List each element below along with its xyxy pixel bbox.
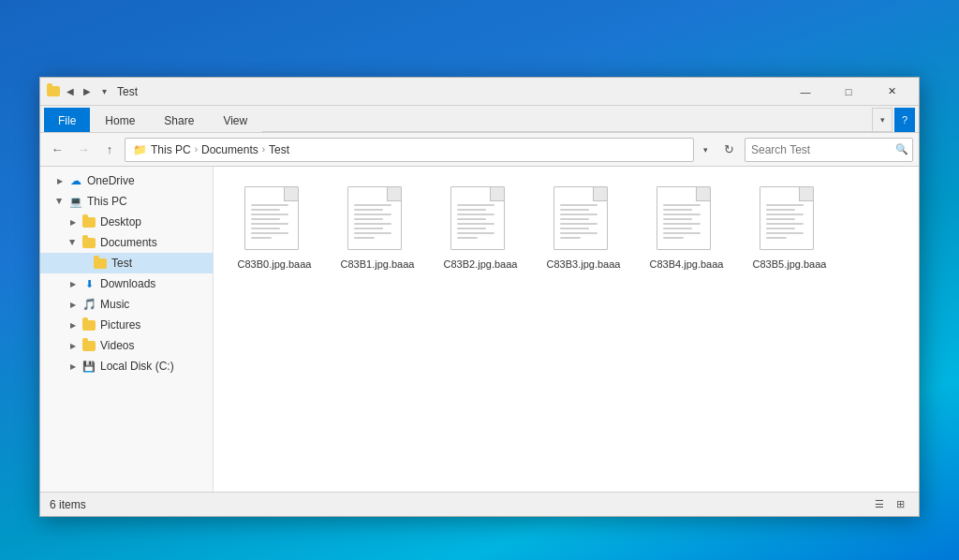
file-icon-f1 — [347, 186, 407, 254]
tab-share[interactable]: Share — [150, 108, 208, 132]
downloads-icon: ⬇ — [81, 276, 96, 291]
explorer-window: ◀ ▶ ▾ Test — □ ✕ File Home Share View ▾ … — [39, 77, 920, 517]
expand-arrow-thispc: ▶ — [53, 195, 66, 208]
status-bar: 6 items ☰ ⊞ — [40, 492, 919, 516]
pictures-icon — [81, 317, 96, 332]
sidebar-item-desktop[interactable]: ▶ Desktop — [40, 212, 213, 232]
search-icon: 🔍 — [895, 143, 908, 155]
localdisk-icon: 💾 — [81, 359, 96, 374]
search-input[interactable] — [751, 143, 892, 156]
file-name-f5: C83B5.jpg.baaa — [753, 258, 827, 271]
expand-arrow-music: ▶ — [66, 298, 80, 311]
nav-forward-btn[interactable]: → — [72, 139, 95, 161]
file-item-f5[interactable]: C83B5.jpg.baaa — [743, 181, 836, 276]
sidebar-label-documents: Documents — [100, 236, 157, 249]
test-folder-icon — [93, 256, 108, 271]
address-path[interactable]: 📁 This PC › Documents › Test — [125, 138, 694, 162]
doc-page-f2 — [450, 186, 505, 250]
qat-forward-btn[interactable]: ▶ — [80, 84, 95, 99]
ribbon: File Home Share View ▾ ? — [40, 106, 919, 133]
expand-arrow-downloads: ▶ — [66, 277, 80, 290]
file-name-f3: C83B3.jpg.baaa — [547, 258, 621, 271]
file-item-f0[interactable]: C83B0.jpg.baaa — [228, 181, 321, 276]
tab-home[interactable]: Home — [91, 108, 149, 132]
window-controls: — □ ✕ — [784, 78, 913, 106]
help-btn[interactable]: ? — [894, 108, 915, 132]
doc-lines-f2 — [451, 187, 504, 245]
qat-back-btn[interactable]: ◀ — [63, 84, 78, 99]
ribbon-tabs: File Home Share View ▾ ? — [40, 106, 919, 132]
sidebar-item-localdisk[interactable]: ▶ 💾 Local Disk (C:) — [40, 356, 213, 376]
maximize-button[interactable]: □ — [827, 78, 870, 106]
sidebar-item-music[interactable]: ▶ 🎵 Music — [40, 294, 213, 315]
nav-up-btn[interactable]: ↑ — [98, 139, 121, 161]
file-icon-f5 — [760, 186, 819, 254]
nav-back-btn[interactable]: ← — [46, 139, 68, 161]
sidebar-label-downloads: Downloads — [100, 277, 155, 290]
sidebar-item-documents[interactable]: ▶ Documents — [40, 232, 213, 253]
doc-page-f5 — [760, 186, 814, 250]
file-item-f2[interactable]: C83B2.jpg.baaa — [434, 181, 527, 276]
file-name-f1: C83B1.jpg.baaa — [341, 258, 415, 271]
tab-file[interactable]: File — [44, 108, 90, 132]
path-documents[interactable]: Documents — [201, 143, 258, 156]
window-title: Test — [117, 85, 784, 98]
path-folder-icon: 📁 — [133, 143, 147, 156]
sidebar-item-videos[interactable]: ▶ Videos — [40, 335, 213, 356]
file-name-f0: C83B0.jpg.baaa — [238, 258, 312, 271]
tab-view[interactable]: View — [209, 108, 261, 132]
sidebar-label-thispc: This PC — [87, 195, 127, 208]
sidebar-item-thispc[interactable]: ▶ 💻 This PC — [40, 191, 213, 212]
doc-page-f1 — [347, 186, 402, 250]
sidebar-item-pictures[interactable]: ▶ Pictures — [40, 315, 213, 335]
path-thispc[interactable]: This PC — [151, 143, 191, 156]
doc-page-f3 — [553, 186, 608, 250]
file-item-f1[interactable]: C83B1.jpg.baaa — [331, 181, 424, 276]
music-icon: 🎵 — [81, 297, 96, 312]
refresh-btn[interactable]: ↻ — [716, 138, 741, 162]
minimize-button[interactable]: — — [784, 78, 827, 106]
expand-arrow-localdisk: ▶ — [66, 360, 80, 373]
title-bar: ◀ ▶ ▾ Test — □ ✕ — [40, 78, 919, 106]
view-controls: ☰ ⊞ — [870, 496, 909, 513]
doc-lines-f1 — [348, 187, 401, 245]
sidebar-label-desktop: Desktop — [100, 215, 141, 228]
file-icon-f0 — [244, 186, 304, 254]
sidebar-label-localdisk: Local Disk (C:) — [100, 360, 174, 373]
ribbon-collapse-btn[interactable]: ▾ — [872, 108, 893, 132]
expand-arrow-documents: ▶ — [66, 236, 80, 249]
file-item-f4[interactable]: C83B4.jpg.baaa — [640, 181, 733, 276]
path-dropdown-btn[interactable]: ▾ — [698, 139, 713, 161]
file-area: C83B0.jpg.baaa C83B1.jpg.baaa — [214, 167, 919, 492]
path-sep-1: › — [195, 144, 198, 155]
address-bar: ← → ↑ 📁 This PC › Documents › Test ▾ ↻ 🔍 — [40, 133, 919, 167]
file-icon-f2 — [450, 186, 510, 254]
sidebar-item-test[interactable]: ▶ Test — [40, 253, 213, 273]
status-count: 6 items — [50, 498, 870, 511]
view-large-icons-btn[interactable]: ⊞ — [891, 496, 909, 513]
documents-folder-icon — [81, 235, 96, 250]
sidebar-item-downloads[interactable]: ▶ ⬇ Downloads — [40, 273, 213, 294]
sidebar-label-pictures: Pictures — [100, 318, 140, 332]
file-grid: C83B0.jpg.baaa C83B1.jpg.baaa — [223, 176, 909, 281]
file-name-f4: C83B4.jpg.baaa — [650, 258, 724, 271]
sidebar-label-videos: Videos — [100, 339, 134, 352]
search-box[interactable]: 🔍 — [745, 138, 913, 162]
sidebar-label-music: Music — [100, 298, 129, 311]
view-details-btn[interactable]: ☰ — [870, 496, 889, 513]
path-test[interactable]: Test — [269, 143, 289, 156]
doc-page-f0 — [244, 186, 299, 250]
doc-lines-f3 — [554, 187, 607, 245]
doc-lines-f5 — [760, 187, 813, 245]
expand-arrow-videos: ▶ — [66, 339, 80, 352]
qat-down-btn[interactable]: ▾ — [96, 84, 111, 99]
sidebar-item-onedrive[interactable]: ▶ ☁ OneDrive — [40, 170, 213, 191]
sidebar: ▶ ☁ OneDrive ▶ 💻 This PC ▶ — [40, 167, 214, 492]
title-bar-icons: ◀ ▶ ▾ — [46, 84, 111, 99]
close-button[interactable]: ✕ — [870, 78, 913, 106]
file-icon-f3 — [553, 186, 613, 254]
onedrive-icon: ☁ — [68, 173, 83, 188]
doc-lines-f0 — [245, 187, 298, 245]
file-item-f3[interactable]: C83B3.jpg.baaa — [537, 181, 630, 276]
expand-arrow-pictures: ▶ — [66, 318, 80, 332]
